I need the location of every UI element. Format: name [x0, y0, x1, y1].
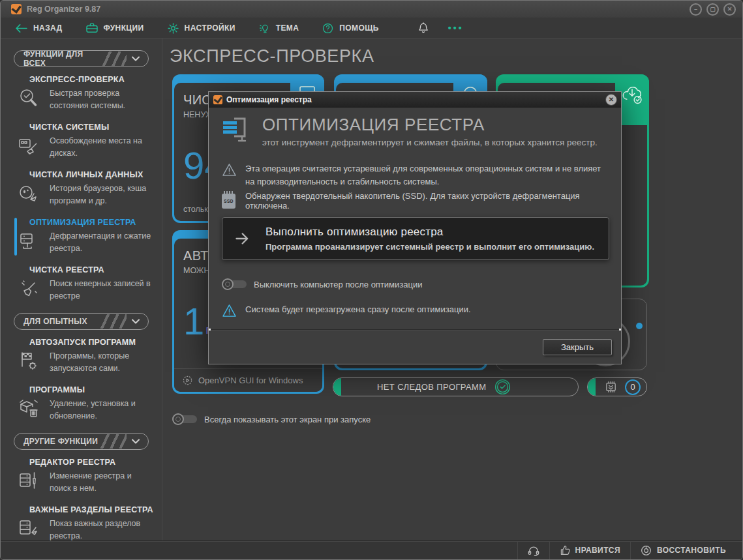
action-description: Программа проанализирует системный реест…	[265, 242, 594, 252]
sidebar-item-autorun-programs[interactable]: АВТОЗАПУСК ПРОГРАММ Программы, которые з…	[1, 338, 162, 375]
sidebar-item-registry-cleanup[interactable]: ЧИСТКА РЕЕСТРА Поиск неверных записей в …	[1, 265, 162, 302]
sidebar-item-important-registry-keys[interactable]: ВАЖНЫЕ РАЗДЕЛЫ РЕЕСТРА Показ важных разд…	[1, 505, 162, 540]
green-cap	[588, 378, 596, 396]
app-title: Reg Organizer 9.87	[27, 5, 100, 14]
thumb-up-icon	[560, 545, 570, 555]
warning-triangle-icon	[222, 162, 237, 188]
stripes-decoration	[102, 52, 127, 66]
dialog-footer-separator	[209, 329, 621, 331]
run-optimization-button[interactable]: Выполнить оптимизацию реестра Программа …	[222, 217, 609, 260]
sidebar-item-programs[interactable]: ПРОГРАММЫ Удаление, установка и обновлен…	[1, 385, 162, 422]
nav-more-menu[interactable]: •••	[448, 23, 464, 33]
cabinet-brush-icon	[18, 518, 39, 539]
nav-functions[interactable]: ФУНКЦИИ	[86, 23, 144, 33]
race-flag-gear-icon	[18, 351, 39, 372]
nav-back[interactable]: НАЗАД	[15, 23, 63, 33]
restore-button[interactable]: ВОССТАНОВИТЬ	[630, 541, 736, 559]
updates-counter-pill[interactable]: 0	[587, 377, 647, 396]
notification-dot	[636, 323, 643, 329]
lightbulb-icon	[259, 23, 270, 34]
ssd-icon: SSD	[222, 194, 235, 209]
sidebar-item-registry-editor[interactable]: РЕДАКТОР РЕЕСТРА Изменение реестра и пои…	[1, 458, 162, 495]
sidebar-group-other-functions[interactable]: ДРУГИЕ ФУНКЦИИ	[14, 433, 149, 450]
minimize-button[interactable]: –	[690, 3, 702, 16]
startup-toggle[interactable]	[172, 413, 197, 425]
restart-note: Система будет перезагружена сразу после …	[222, 303, 600, 317]
app-logo-icon	[11, 4, 22, 14]
shutdown-toggle-label: Выключить компьютер после оптимизации	[254, 280, 422, 289]
monitor-broom-icon	[18, 136, 39, 156]
updates-count: 0	[625, 379, 641, 395]
dialog-header: ОПТИМИЗАЦИЯ РЕЕСТРА этот инструмент дефр…	[222, 115, 598, 147]
page-title: ЭКСПРЕСС-ПРОВЕРКА	[170, 46, 374, 66]
ssd-note-row: SSD Обнаружен твердотельный накопитель (…	[222, 191, 621, 211]
nav-theme[interactable]: ТЕМА	[259, 23, 299, 34]
registry-optimization-dialog: Оптимизация реестра ✕ ОПТИМИЗАЦИЯ РЕЕСТР…	[208, 91, 622, 364]
like-button[interactable]: НРАВИТСЯ	[549, 541, 630, 559]
traces-status-label: НЕТ СЛЕДОВ ПРОГРАММ	[377, 382, 487, 392]
chip-download-icon	[603, 379, 618, 394]
info-triangle-icon	[222, 303, 237, 317]
broom-icon	[18, 278, 39, 299]
traces-status-pill[interactable]: НЕТ СЛЕДОВ ПРОГРАММ	[333, 377, 579, 396]
dialog-title: Оптимизация реестра	[226, 95, 312, 104]
stripes-decoration	[100, 434, 127, 449]
app-logo-icon	[213, 95, 222, 104]
toolbox-icon	[86, 23, 98, 33]
registry-cabinet-icon	[18, 231, 39, 252]
sidebar-item-private-data-cleanup[interactable]: ЧИСТКА ЛИЧНЫХ ДАННЫХ История браузеров, …	[1, 170, 162, 207]
registry-compress-icon	[222, 115, 252, 147]
sidebar-item-system-cleanup[interactable]: ЧИСТКА СИСТЕМЫ Освобождение места на дис…	[1, 123, 162, 160]
shutdown-toggle-row: Выключить компьютер после оптимизации	[222, 278, 422, 290]
chevron-down-icon	[132, 56, 140, 61]
dialog-close-icon[interactable]: ✕	[605, 94, 617, 106]
close-dialog-button[interactable]: Закрыть	[543, 339, 612, 355]
magnifier-check-icon	[18, 88, 39, 109]
sidebar-group-functions-for-all[interactable]: ФУНКЦИИ ДЛЯ ВСЕХ	[14, 50, 149, 67]
action-title: Выполнить оптимизацию реестра	[265, 226, 594, 239]
gear-icon	[168, 23, 179, 34]
autorun-app-name: OpenVPN GUI for Windows	[198, 376, 303, 385]
app-window: Reg Organizer 9.87 – ▢ ✕ НАЗАД ФУНКЦИИ Н…	[0, 0, 743, 560]
help-icon	[322, 23, 333, 34]
restore-icon	[641, 545, 652, 556]
sidebar-item-express-check[interactable]: ЭКСПРЕСС-ПРОВЕРКА Быстрая проверка состо…	[1, 75, 162, 112]
dialog-subheading: этот инструмент дефрагментирует и сжимае…	[262, 138, 598, 147]
sidebar-group-for-experienced[interactable]: ДЛЯ ОПЫТНЫХ	[14, 313, 149, 330]
stripes-decoration	[100, 314, 127, 329]
sidebar: ФУНКЦИИ ДЛЯ ВСЕХ ЭКСПРЕСС-ПРОВЕРКА Быстр…	[1, 38, 162, 540]
startup-toggle-row: Всегда показывать этот экран при запуске	[172, 413, 371, 425]
cabinet-screwdriver-icon	[18, 471, 39, 492]
headset-icon	[528, 545, 539, 556]
check-circle-icon	[494, 379, 511, 395]
dialog-titlebar: Оптимизация реестра ✕	[209, 92, 621, 108]
dialog-heading: ОПТИМИЗАЦИЯ РЕЕСТРА	[262, 115, 598, 134]
arrow-right-icon	[234, 229, 254, 248]
support-headset-button[interactable]	[517, 541, 549, 559]
nav-help[interactable]: ПОМОЩЬ	[322, 23, 379, 34]
gear-play-icon	[182, 375, 193, 386]
dialog-body: ОПТИМИЗАЦИЯ РЕЕСТРА этот инструмент дефр…	[209, 108, 621, 364]
chevron-down-icon	[132, 439, 140, 444]
shutdown-toggle[interactable]	[222, 278, 247, 290]
main-navbar: НАЗАД ФУНКЦИИ НАСТРОЙКИ ТЕМА ПОМОЩЬ •••	[1, 18, 742, 38]
notifications-bell-icon[interactable]	[418, 22, 429, 34]
ssd-note-text: Обнаружен твердотельный накопитель (SSD)…	[245, 191, 621, 211]
deprecation-warning: Эта операция считается устаревшей для со…	[222, 162, 603, 188]
nav-settings[interactable]: НАСТРОЙКИ	[168, 23, 235, 34]
chevron-down-icon	[132, 319, 140, 324]
sidebar-item-registry-optimization[interactable]: ОПТИМИЗАЦИЯ РЕЕСТРА Дефрагментация и сжа…	[1, 218, 162, 255]
green-cap	[333, 378, 341, 396]
back-arrow-icon	[15, 24, 27, 33]
close-button[interactable]: ✕	[723, 3, 736, 16]
autorun-app-row[interactable]: OpenVPN GUI for Windows	[174, 368, 322, 392]
box-trash-icon	[18, 398, 39, 419]
maximize-button[interactable]: ▢	[706, 3, 719, 16]
spray-clean-icon	[18, 183, 39, 204]
statusbar: НРАВИТСЯ ВОССТАНОВИТЬ	[1, 540, 742, 559]
startup-toggle-label: Всегда показывать этот экран при запуске	[204, 415, 371, 424]
titlebar: Reg Organizer 9.87 – ▢ ✕	[1, 1, 742, 18]
